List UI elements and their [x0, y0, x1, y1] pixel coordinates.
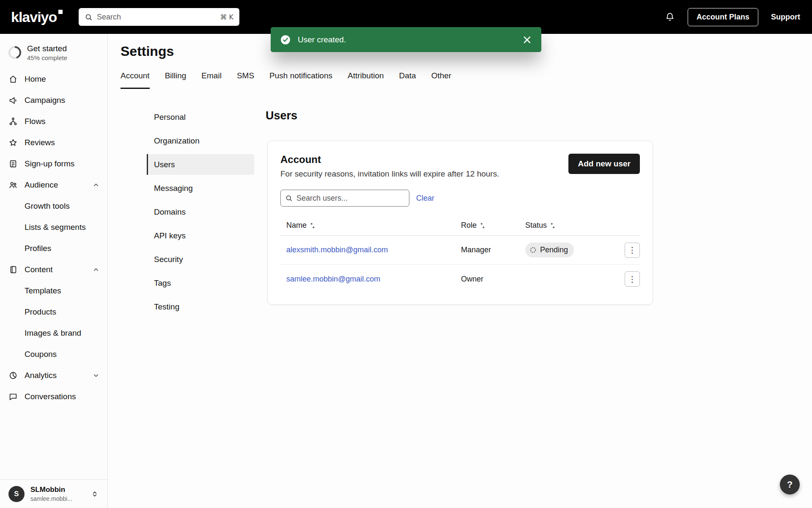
user-email-link[interactable]: alexsmith.mobbin@gmail.com [286, 246, 388, 254]
sidebar-item-label: Content [25, 265, 53, 274]
user-search[interactable] [280, 190, 409, 207]
sidebar-item-label: Profiles [25, 244, 51, 253]
sort-icon [550, 222, 556, 229]
star-icon [8, 138, 18, 147]
subnav-item-organization[interactable]: Organization [147, 130, 254, 151]
progress-ring-icon [8, 46, 21, 59]
sidebar-item-products[interactable]: Products [0, 301, 107, 323]
sidebar-item-conversations[interactable]: Conversations [0, 386, 107, 407]
flow-branch-icon [8, 117, 18, 126]
sidebar: Get started 45% complete Home Campaigns [0, 34, 108, 508]
card-title: Account [280, 154, 499, 166]
sidebar-item-label: Growth tools [25, 202, 70, 211]
table-row: alexsmith.mobbin@gmail.com Manager Pendi… [280, 236, 640, 265]
help-button[interactable]: ? [780, 475, 800, 494]
clear-search-link[interactable]: Clear [416, 194, 434, 203]
sidebar-item-label: Conversations [25, 392, 76, 401]
question-mark-icon: ? [787, 479, 793, 490]
account-switcher[interactable]: S SLMobbin samlee.mobbi... [0, 479, 107, 508]
row-actions-button[interactable]: ⋮ [625, 271, 640, 287]
settings-tabs: Account Billing Email SMS Push notificat… [121, 71, 451, 89]
user-email: samlee.mobbi... [30, 495, 72, 502]
toast-close-button[interactable]: × [522, 34, 532, 46]
search-icon [85, 13, 93, 21]
sidebar-item-content[interactable]: Content [0, 259, 107, 280]
tab-billing[interactable]: Billing [165, 71, 187, 89]
close-icon: × [522, 33, 532, 47]
subnav-item-users[interactable]: Users [147, 154, 254, 175]
column-header-role[interactable]: Role [461, 221, 525, 230]
subnav-item-security[interactable]: Security [147, 249, 254, 270]
sidebar-get-started[interactable]: Get started 45% complete [0, 41, 107, 64]
notifications-button[interactable] [665, 12, 675, 22]
column-header-status[interactable]: Status [525, 221, 625, 230]
chat-bubble-icon [8, 392, 18, 401]
user-role: Owner [461, 275, 525, 284]
pending-spinner-icon [529, 246, 537, 254]
sidebar-item-label: Sign-up forms [25, 159, 74, 168]
toast-notification: User created. × [271, 27, 541, 52]
sidebar-item-signup-forms[interactable]: Sign-up forms [0, 153, 107, 174]
sidebar-item-label: Home [25, 75, 46, 84]
sidebar-item-lists-segments[interactable]: Lists & segments [0, 217, 107, 238]
up-down-chevron-icon [91, 490, 99, 498]
form-icon [8, 159, 18, 168]
tab-other[interactable]: Other [431, 71, 452, 89]
tab-data[interactable]: Data [399, 71, 416, 89]
sidebar-item-label: Analytics [25, 371, 57, 380]
sidebar-item-growth-tools[interactable]: Growth tools [0, 196, 107, 217]
support-link[interactable]: Support [771, 13, 800, 22]
account-plans-button[interactable]: Account Plans [688, 8, 758, 26]
pie-chart-icon [8, 371, 18, 380]
sidebar-item-templates[interactable]: Templates [0, 280, 107, 301]
subnav-item-testing[interactable]: Testing [147, 296, 254, 317]
sidebar-item-analytics[interactable]: Analytics [0, 365, 107, 386]
subnav-item-domains[interactable]: Domains [147, 202, 254, 222]
get-started-progress: 45% complete [27, 54, 67, 61]
search-shortcut: ⌘ K [220, 13, 233, 21]
sidebar-item-label: Reviews [25, 138, 55, 147]
main-content: Settings Account Billing Email SMS Push … [108, 34, 812, 508]
notebook-icon [8, 265, 18, 274]
people-icon [8, 180, 18, 190]
subnav-item-tags[interactable]: Tags [147, 273, 254, 293]
tab-account[interactable]: Account [121, 71, 150, 89]
user-email-link[interactable]: samlee.mobbin@gmail.com [286, 275, 380, 283]
sidebar-item-reviews[interactable]: Reviews [0, 132, 107, 153]
subnav-item-personal[interactable]: Personal [147, 107, 254, 127]
global-search-input[interactable] [97, 13, 216, 22]
page-title: Settings [121, 44, 174, 59]
sidebar-item-label: Templates [25, 286, 61, 295]
users-card: Account For security reasons, invitation… [267, 141, 653, 305]
sidebar-item-coupons[interactable]: Coupons [0, 344, 107, 365]
global-search[interactable]: ⌘ K [79, 8, 239, 26]
users-heading: Users [266, 109, 297, 122]
row-actions-button[interactable]: ⋮ [625, 243, 640, 258]
add-new-user-button[interactable]: Add new user [568, 154, 640, 174]
toast-message: User created. [298, 35, 346, 44]
sidebar-item-profiles[interactable]: Profiles [0, 238, 107, 259]
subnav-item-api-keys[interactable]: API keys [147, 225, 254, 246]
subnav-item-messaging[interactable]: Messaging [147, 178, 254, 199]
chevron-up-icon [92, 181, 100, 189]
column-header-name[interactable]: Name [280, 221, 461, 230]
user-search-input[interactable] [296, 194, 405, 203]
sidebar-item-flows[interactable]: Flows [0, 111, 107, 132]
sidebar-item-home[interactable]: Home [0, 69, 107, 90]
chevron-up-icon [92, 266, 100, 273]
chevron-down-icon [92, 372, 100, 379]
sidebar-item-audience[interactable]: Audience [0, 174, 107, 196]
tab-sms[interactable]: SMS [237, 71, 254, 89]
sidebar-item-campaigns[interactable]: Campaigns [0, 90, 107, 111]
tab-push-notifications[interactable]: Push notifications [269, 71, 332, 89]
card-description: For security reasons, invitation links w… [280, 169, 499, 179]
tab-email[interactable]: Email [201, 71, 222, 89]
users-table: Name Role Status [280, 221, 640, 293]
settings-subnav: Personal Organization Users Messaging Do… [147, 107, 254, 320]
home-icon [8, 75, 18, 84]
sidebar-item-label: Coupons [25, 350, 57, 359]
user-role: Manager [461, 246, 525, 254]
sidebar-item-label: Audience [25, 180, 58, 190]
tab-attribution[interactable]: Attribution [348, 71, 384, 89]
sidebar-item-images-brand[interactable]: Images & brand [0, 323, 107, 344]
